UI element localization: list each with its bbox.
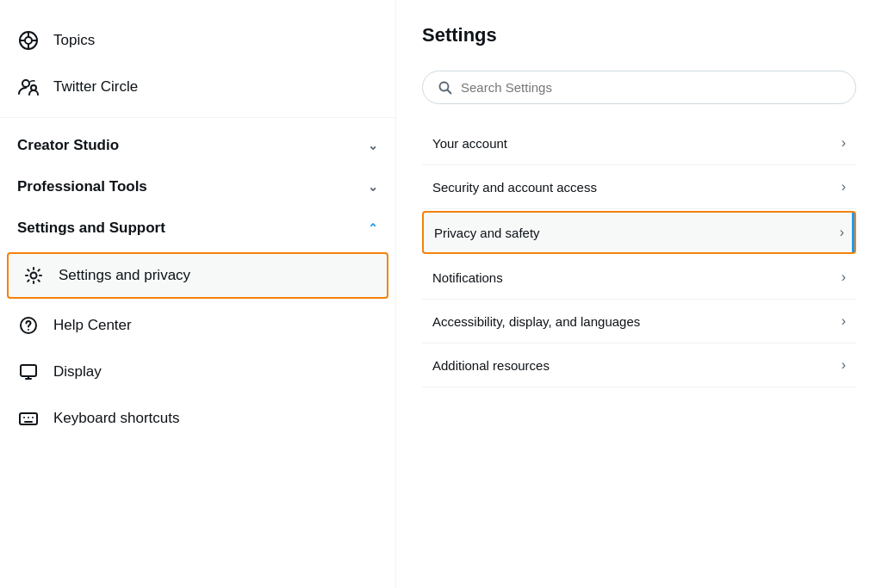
svg-point-15 [32, 417, 34, 418]
svg-point-10 [28, 329, 29, 331]
sidebar-item-keyboard-shortcuts-label: Keyboard shortcuts [53, 410, 179, 427]
sidebar-item-display[interactable]: Display [0, 349, 395, 395]
sidebar-section-creator-studio-label: Creator Studio [17, 137, 119, 154]
topics-icon [17, 29, 40, 52]
sidebar-section-settings-support-label: Settings and Support [17, 220, 165, 237]
keyboard-icon [17, 407, 40, 430]
sidebar-item-help-center-label: Help Center [53, 317, 132, 334]
sidebar-item-keyboard-shortcuts[interactable]: Keyboard shortcuts [0, 395, 395, 442]
help-circle-icon [17, 314, 40, 337]
page-title: Settings [422, 17, 856, 53]
sidebar-item-settings-privacy-label: Settings and privacy [59, 267, 190, 284]
display-icon [17, 361, 40, 383]
main-panel: Settings Your account › Security and acc… [396, 0, 882, 588]
sidebar-section-settings-support[interactable]: Settings and Support ⌃ [0, 207, 395, 249]
creator-studio-chevron-down-icon: ⌄ [368, 139, 378, 152]
sidebar-item-help-center[interactable]: Help Center [0, 302, 395, 349]
svg-rect-16 [24, 421, 33, 423]
search-bar[interactable] [422, 71, 856, 104]
sidebar-section-professional-tools-label: Professional Tools [17, 178, 147, 195]
settings-item-additional-resources[interactable]: Additional resources › [422, 344, 856, 387]
sidebar-item-settings-privacy[interactable]: Settings and privacy [7, 252, 388, 299]
professional-tools-chevron-down-icon: ⌄ [368, 180, 378, 194]
svg-point-13 [23, 417, 25, 418]
sidebar-item-topics-label: Topics [53, 32, 95, 49]
sidebar-item-topics[interactable]: Topics [0, 17, 395, 64]
settings-item-accessibility[interactable]: Accessibility, display, and languages › [422, 300, 856, 344]
svg-line-18 [448, 90, 451, 93]
settings-item-security-label: Security and account access [432, 180, 597, 195]
settings-item-additional-resources-label: Additional resources [432, 358, 550, 373]
svg-rect-12 [20, 413, 37, 424]
settings-item-notifications[interactable]: Notifications › [422, 256, 856, 300]
chevron-right-icon: › [842, 135, 846, 151]
chevron-right-icon: › [842, 269, 846, 285]
sidebar-divider-1 [0, 117, 395, 118]
settings-menu: Your account › Security and account acce… [422, 121, 856, 387]
svg-point-6 [22, 80, 29, 87]
twitter-circle-icon [17, 76, 40, 98]
svg-point-8 [31, 273, 37, 279]
svg-point-1 [25, 37, 32, 44]
settings-item-privacy-safety[interactable]: Privacy and safety › [422, 211, 856, 254]
settings-item-your-account-label: Your account [432, 136, 507, 151]
chevron-right-icon: › [842, 313, 846, 329]
search-input[interactable] [461, 80, 840, 95]
settings-support-sub-items: Settings and privacy Help Center Disp [0, 252, 395, 442]
settings-support-chevron-up-icon: ⌃ [368, 221, 378, 235]
settings-item-notifications-label: Notifications [432, 270, 503, 285]
settings-item-security[interactable]: Security and account access › [422, 165, 856, 209]
sidebar-item-display-label: Display [53, 363, 102, 381]
search-icon [438, 81, 452, 95]
chevron-right-icon: › [842, 179, 846, 195]
settings-item-accessibility-label: Accessibility, display, and languages [432, 314, 640, 329]
settings-item-privacy-safety-label: Privacy and safety [434, 226, 540, 240]
sidebar-section-professional-tools[interactable]: Professional Tools ⌄ [0, 166, 395, 207]
chevron-right-icon: › [842, 357, 846, 373]
gear-icon [22, 264, 45, 287]
settings-item-your-account[interactable]: Your account › [422, 121, 856, 165]
sidebar-item-twitter-circle-label: Twitter Circle [53, 78, 138, 96]
sidebar: Topics Twitter Circle Creator Studio ⌄ P… [0, 0, 396, 588]
svg-rect-11 [21, 365, 36, 376]
chevron-right-icon: › [840, 225, 844, 240]
svg-point-14 [28, 417, 29, 418]
sidebar-section-creator-studio[interactable]: Creator Studio ⌄ [0, 125, 395, 166]
sidebar-item-twitter-circle[interactable]: Twitter Circle [0, 64, 395, 110]
